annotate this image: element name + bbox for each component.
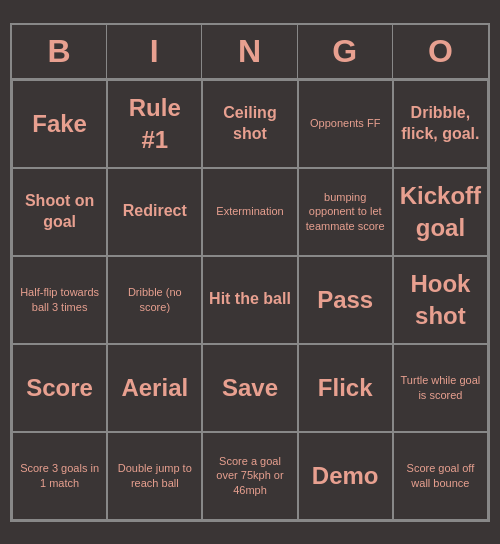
bingo-cell: Hit the ball <box>202 256 297 344</box>
bingo-cell: Rule #1 <box>107 80 202 168</box>
header-letter: N <box>202 25 297 78</box>
bingo-cell: Score 3 goals in 1 match <box>12 432 107 520</box>
bingo-cell: Dribble (no score) <box>107 256 202 344</box>
bingo-card: BINGO FakeRule #1Ceiling shotOpponents F… <box>10 23 490 522</box>
bingo-cell: Fake <box>12 80 107 168</box>
bingo-cell: Shoot on goal <box>12 168 107 256</box>
bingo-cell: Save <box>202 344 297 432</box>
header-letter: B <box>12 25 107 78</box>
bingo-cell: bumping opponent to let teammate score <box>298 168 393 256</box>
bingo-cell: Kickoff goal <box>393 168 488 256</box>
bingo-cell: Score a goal over 75kph or 46mph <box>202 432 297 520</box>
bingo-cell: Ceiling shot <box>202 80 297 168</box>
bingo-cell: Redirect <box>107 168 202 256</box>
bingo-cell: Extermination <box>202 168 297 256</box>
bingo-grid: FakeRule #1Ceiling shotOpponents FFDribb… <box>12 80 488 520</box>
header-letter: I <box>107 25 202 78</box>
bingo-cell: Flick <box>298 344 393 432</box>
bingo-cell: Score goal off wall bounce <box>393 432 488 520</box>
bingo-cell: Score <box>12 344 107 432</box>
bingo-cell: Opponents FF <box>298 80 393 168</box>
bingo-cell: Aerial <box>107 344 202 432</box>
bingo-cell: Hook shot <box>393 256 488 344</box>
header-letter: O <box>393 25 488 78</box>
bingo-cell: Turtle while goal is scored <box>393 344 488 432</box>
header-letter: G <box>298 25 393 78</box>
bingo-cell: Pass <box>298 256 393 344</box>
bingo-cell: Demo <box>298 432 393 520</box>
bingo-header: BINGO <box>12 25 488 80</box>
bingo-cell: Dribble, flick, goal. <box>393 80 488 168</box>
bingo-cell: Double jump to reach ball <box>107 432 202 520</box>
bingo-cell: Half-flip towards ball 3 times <box>12 256 107 344</box>
